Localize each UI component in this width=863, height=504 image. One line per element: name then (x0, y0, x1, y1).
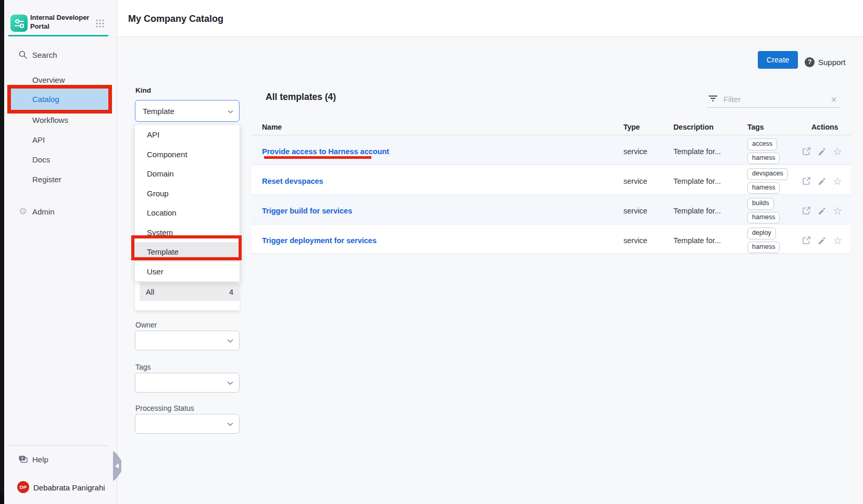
app-logo[interactable] (10, 15, 28, 32)
tags-select[interactable] (135, 373, 240, 393)
edit-pencil-icon[interactable] (817, 146, 827, 157)
description-cell: Template for... (663, 147, 737, 156)
kind-option-domain[interactable]: Domain (135, 164, 240, 184)
type-cell: service (613, 147, 663, 156)
processing-status-filter-label: Processing Status (135, 404, 194, 412)
kind-option-user[interactable]: User (135, 262, 240, 282)
sidebar-item-docs[interactable]: Docs (4, 153, 117, 166)
edit-pencil-icon[interactable] (817, 206, 827, 216)
chevron-down-icon (227, 336, 233, 345)
open-in-new-icon[interactable] (801, 235, 811, 246)
tag-badge: harness (747, 212, 780, 224)
tag-badge: harness (747, 242, 780, 254)
table-title: All templates (4) (266, 92, 336, 103)
support-button[interactable]: ? Support (805, 57, 846, 67)
column-header-name: Name (252, 123, 613, 131)
help-label: Help (32, 455, 48, 464)
kind-option-group[interactable]: Group (135, 184, 240, 204)
tag-badge: builds (747, 198, 774, 210)
nav-label: Register (32, 175, 61, 184)
page-header: My Company Catalog (117, 0, 863, 37)
user-name: Debabrata Panigrahi (33, 483, 105, 492)
template-link[interactable]: Trigger build for services (262, 207, 352, 215)
all-label: All (146, 288, 154, 296)
kind-option-api[interactable]: API (135, 125, 240, 145)
sidebar-item-catalog[interactable]: Catalog (11, 89, 108, 110)
filter-funnel-icon (708, 95, 718, 104)
pipeline-logo-icon (14, 18, 25, 29)
kind-count-row-all[interactable]: All 4 (140, 283, 240, 301)
tags-cell: deploy harness (737, 224, 801, 256)
clear-filter-icon[interactable]: × (831, 94, 837, 105)
kind-option-location[interactable]: Location (135, 203, 240, 223)
chevron-down-icon (227, 419, 233, 429)
column-header-type: Type (613, 123, 663, 131)
tags-cell: devspaces harness (737, 165, 801, 197)
sidebar-footer-divider (8, 445, 108, 446)
kind-select[interactable]: Template (135, 100, 240, 122)
page-title: My Company Catalog (128, 14, 223, 24)
sidebar-item-search[interactable]: Search (4, 48, 117, 61)
tag-badge: deploy (747, 228, 776, 240)
sidebar-item-register[interactable]: Register (4, 172, 117, 186)
svg-text:?: ? (21, 456, 23, 460)
owner-filter-label: Owner (135, 321, 157, 329)
sidebar-item-admin[interactable]: ⚙ Admin (4, 205, 117, 218)
sidebar-item-help[interactable]: ? Help (4, 453, 117, 465)
open-in-new-icon[interactable] (801, 206, 811, 216)
sidebar-user[interactable]: DP Debabrata Panigrahi (4, 481, 117, 494)
create-button[interactable]: Create (758, 51, 798, 69)
table-row: Reset devspaces service Template for... … (252, 165, 851, 195)
annotation-box-catalog: Catalog (7, 85, 112, 114)
tags-filter-label: Tags (135, 363, 151, 371)
apps-grid-icon[interactable] (95, 19, 105, 28)
tag-badge: harness (747, 182, 780, 194)
type-cell: service (613, 177, 663, 185)
kind-select-value: Template (135, 107, 174, 116)
nav-label: Docs (32, 155, 50, 164)
edit-pencil-icon[interactable] (817, 235, 827, 246)
processing-status-select[interactable] (135, 414, 240, 434)
star-favorite-icon[interactable]: ☆ (832, 206, 843, 216)
star-favorite-icon[interactable]: ☆ (832, 235, 843, 246)
kind-option-system[interactable]: System (135, 223, 240, 243)
table-filter-input[interactable]: Filter × (707, 91, 840, 108)
table-row: Provide access to Harness account servic… (252, 135, 851, 165)
edit-pencil-icon[interactable] (817, 176, 827, 186)
nav-label: API (32, 135, 45, 144)
table-row: Trigger deployment for services service … (252, 224, 851, 254)
template-link[interactable]: Trigger deployment for services (262, 236, 377, 245)
owner-select[interactable] (135, 331, 240, 350)
kind-dropdown-menu: API Component Domain Group Location Syst… (135, 125, 240, 281)
search-icon (18, 49, 28, 60)
sidebar-item-api[interactable]: API (4, 133, 117, 146)
tags-cell: builds harness (737, 195, 801, 226)
question-mark-icon: ? (805, 57, 815, 67)
gear-icon: ⚙ (18, 206, 28, 217)
accent-divider (8, 35, 108, 36)
open-in-new-icon[interactable] (801, 146, 811, 157)
kind-option-template[interactable]: Template (135, 242, 240, 262)
table-body: Provide access to Harness account servic… (252, 135, 851, 254)
actions-cell: ☆ (801, 206, 851, 216)
kind-option-component[interactable]: Component (135, 145, 240, 165)
description-cell: Template for... (663, 236, 737, 245)
star-favorite-icon[interactable]: ☆ (832, 146, 843, 157)
search-label: Search (32, 51, 57, 59)
table-header-row: Name Type Description Tags Actions (252, 119, 851, 135)
sidebar-item-workflows[interactable]: Workflows (4, 113, 117, 127)
annotation-underline (264, 156, 371, 159)
actions-cell: ☆ (801, 235, 851, 246)
template-link[interactable]: Reset devspaces (262, 177, 323, 185)
chevron-down-icon (227, 378, 233, 387)
nav-label: Overview (32, 75, 65, 84)
star-favorite-icon[interactable]: ☆ (832, 176, 843, 186)
nav-label: Workflows (32, 116, 68, 124)
kind-count-card: All 4 (135, 281, 240, 310)
open-in-new-icon[interactable] (801, 176, 811, 186)
type-cell: service (613, 207, 663, 215)
chevron-down-icon (228, 106, 233, 116)
user-avatar: DP (17, 481, 29, 493)
column-header-tags: Tags (737, 123, 801, 131)
template-link[interactable]: Provide access to Harness account (262, 147, 389, 156)
